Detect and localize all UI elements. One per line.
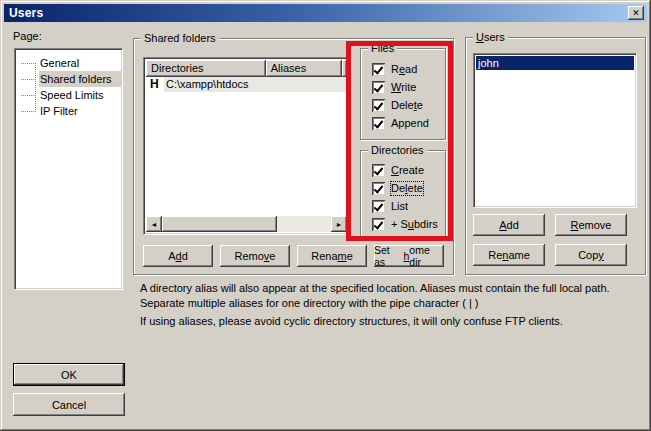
scroll-right-icon[interactable]: ► bbox=[331, 216, 347, 232]
cancel-button[interactable]: Cancel bbox=[13, 393, 125, 416]
list-item-user[interactable]: john bbox=[476, 56, 634, 70]
directory-path: C:\xampp\htdocs bbox=[164, 77, 347, 92]
sidebar-item-shared-folders[interactable]: Shared folders bbox=[15, 71, 122, 87]
sidebar-item-general[interactable]: General bbox=[15, 55, 122, 71]
table-row[interactable]: H C:\xampp\htdocs bbox=[146, 77, 347, 92]
users-list[interactable]: john bbox=[473, 53, 637, 208]
window-title: Users bbox=[4, 6, 43, 20]
sidebar-item-speed-limits[interactable]: Speed Limits bbox=[15, 87, 122, 103]
copy-user-button[interactable]: Copy bbox=[555, 244, 627, 266]
list-header: Directories Aliases bbox=[146, 60, 347, 77]
users-dialog: Users ✕ Page: General Shared folders Spe… bbox=[0, 0, 651, 431]
shared-folders-group-label: Shared folders bbox=[141, 32, 219, 45]
add-folder-button[interactable]: Add bbox=[143, 245, 213, 267]
column-header-aliases[interactable]: Aliases bbox=[266, 60, 342, 77]
annotation-highlight-box bbox=[346, 41, 453, 241]
ok-button[interactable]: OK bbox=[13, 363, 125, 386]
page-tree[interactable]: General Shared folders Speed Limits IP F… bbox=[14, 48, 123, 290]
close-icon[interactable]: ✕ bbox=[628, 6, 644, 20]
scrollbar-thumb[interactable] bbox=[162, 216, 277, 232]
scrollbar-track[interactable] bbox=[277, 216, 331, 232]
alias-help-text: A directory alias will also appear at th… bbox=[140, 281, 632, 311]
set-home-dir-button[interactable]: Set as home dir bbox=[374, 245, 444, 267]
scroll-left-icon[interactable]: ◄ bbox=[146, 216, 162, 232]
horizontal-scrollbar[interactable]: ◄ ► bbox=[146, 216, 347, 232]
home-flag: H bbox=[146, 77, 164, 92]
page-label: Page: bbox=[13, 30, 42, 42]
remove-folder-button[interactable]: Remove bbox=[220, 245, 290, 267]
column-header-directories[interactable]: Directories bbox=[146, 60, 266, 77]
add-user-button[interactable]: Add bbox=[473, 214, 545, 236]
users-group-label: Users bbox=[473, 31, 508, 44]
sidebar-item-ip-filter[interactable]: IP Filter bbox=[15, 103, 122, 119]
rename-user-button[interactable]: Rename bbox=[473, 244, 545, 266]
cyclic-help-text: If using aliases, please avoid cyclic di… bbox=[140, 314, 632, 329]
remove-user-button[interactable]: Remove bbox=[555, 214, 627, 236]
rename-folder-button[interactable]: Rename bbox=[297, 245, 367, 267]
title-bar[interactable]: Users ✕ bbox=[4, 4, 647, 22]
shared-folders-list[interactable]: Directories Aliases H C:\xampp\htdocs ◄ … bbox=[143, 57, 350, 235]
